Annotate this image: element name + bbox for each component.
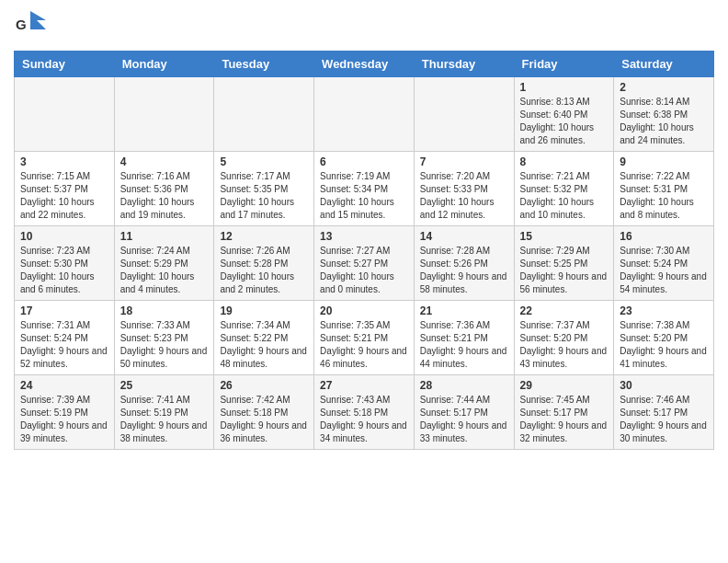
day-number: 29 <box>520 379 609 392</box>
svg-marker-0 <box>30 11 46 29</box>
calendar-cell: 8Sunrise: 7:21 AM Sunset: 5:32 PM Daylig… <box>514 152 614 226</box>
logo-svg: G <box>14 9 46 41</box>
calendar-cell: 16Sunrise: 7:30 AM Sunset: 5:24 PM Dayli… <box>614 226 714 301</box>
day-number: 10 <box>20 230 108 243</box>
weekday-header-thursday: Thursday <box>414 52 514 77</box>
day-number: 14 <box>420 230 508 243</box>
calendar-week-4: 24Sunrise: 7:39 AM Sunset: 5:19 PM Dayli… <box>15 375 714 450</box>
calendar-cell <box>314 77 415 152</box>
day-number: 24 <box>20 379 108 392</box>
calendar-cell: 25Sunrise: 7:41 AM Sunset: 5:19 PM Dayli… <box>114 375 214 450</box>
weekday-header-friday: Friday <box>514 52 614 77</box>
day-number: 22 <box>520 304 609 317</box>
weekday-header-wednesday: Wednesday <box>314 52 415 77</box>
day-info: Sunrise: 7:35 AM Sunset: 5:21 PM Dayligh… <box>320 319 408 371</box>
day-info: Sunrise: 7:29 AM Sunset: 5:25 PM Dayligh… <box>520 245 609 296</box>
calendar-cell: 20Sunrise: 7:35 AM Sunset: 5:21 PM Dayli… <box>314 301 415 375</box>
calendar-cell: 24Sunrise: 7:39 AM Sunset: 5:19 PM Dayli… <box>15 375 115 450</box>
calendar-cell: 30Sunrise: 7:46 AM Sunset: 5:17 PM Dayli… <box>614 375 714 450</box>
day-number: 23 <box>620 304 708 317</box>
calendar-cell: 26Sunrise: 7:42 AM Sunset: 5:18 PM Dayli… <box>214 375 314 450</box>
calendar-cell: 9Sunrise: 7:22 AM Sunset: 5:31 PM Daylig… <box>614 152 714 226</box>
day-info: Sunrise: 7:15 AM Sunset: 5:37 PM Dayligh… <box>20 170 108 222</box>
day-info: Sunrise: 7:27 AM Sunset: 5:27 PM Dayligh… <box>320 245 408 296</box>
day-info: Sunrise: 7:31 AM Sunset: 5:24 PM Dayligh… <box>20 319 108 371</box>
day-info: Sunrise: 7:26 AM Sunset: 5:28 PM Dayligh… <box>220 245 308 296</box>
day-info: Sunrise: 7:17 AM Sunset: 5:35 PM Dayligh… <box>220 170 308 222</box>
calendar-week-3: 17Sunrise: 7:31 AM Sunset: 5:24 PM Dayli… <box>15 301 714 375</box>
calendar-cell: 11Sunrise: 7:24 AM Sunset: 5:29 PM Dayli… <box>114 226 214 301</box>
day-number: 21 <box>420 304 508 317</box>
day-info: Sunrise: 7:22 AM Sunset: 5:31 PM Dayligh… <box>620 170 708 222</box>
calendar-cell: 3Sunrise: 7:15 AM Sunset: 5:37 PM Daylig… <box>15 152 115 226</box>
day-info: Sunrise: 7:33 AM Sunset: 5:23 PM Dayligh… <box>120 319 209 371</box>
calendar-cell: 29Sunrise: 7:45 AM Sunset: 5:17 PM Dayli… <box>514 375 614 450</box>
calendar-cell: 23Sunrise: 7:38 AM Sunset: 5:20 PM Dayli… <box>614 301 714 375</box>
calendar-cell: 4Sunrise: 7:16 AM Sunset: 5:36 PM Daylig… <box>114 152 214 226</box>
calendar-cell <box>214 77 314 152</box>
calendar-cell: 19Sunrise: 7:34 AM Sunset: 5:22 PM Dayli… <box>214 301 314 375</box>
day-info: Sunrise: 8:14 AM Sunset: 6:38 PM Dayligh… <box>620 96 708 147</box>
calendar-cell: 28Sunrise: 7:44 AM Sunset: 5:17 PM Dayli… <box>414 375 514 450</box>
calendar-cell: 10Sunrise: 7:23 AM Sunset: 5:30 PM Dayli… <box>15 226 115 301</box>
calendar-cell: 7Sunrise: 7:20 AM Sunset: 5:33 PM Daylig… <box>414 152 514 226</box>
day-number: 17 <box>20 304 108 317</box>
day-number: 13 <box>320 230 408 243</box>
page-container: G SundayMondayTuesdayWednesdayThursdayFr… <box>0 0 728 459</box>
calendar-cell <box>414 77 514 152</box>
day-info: Sunrise: 7:20 AM Sunset: 5:33 PM Dayligh… <box>420 170 508 222</box>
day-info: Sunrise: 7:37 AM Sunset: 5:20 PM Dayligh… <box>520 319 609 371</box>
day-info: Sunrise: 7:24 AM Sunset: 5:29 PM Dayligh… <box>120 245 209 296</box>
day-number: 15 <box>520 230 609 243</box>
day-info: Sunrise: 7:44 AM Sunset: 5:17 PM Dayligh… <box>420 394 508 445</box>
calendar-cell <box>114 77 214 152</box>
day-info: Sunrise: 7:39 AM Sunset: 5:19 PM Dayligh… <box>20 394 108 445</box>
day-info: Sunrise: 7:28 AM Sunset: 5:26 PM Dayligh… <box>420 245 508 296</box>
weekday-header-sunday: Sunday <box>15 52 115 77</box>
day-number: 27 <box>320 379 408 392</box>
weekday-header-tuesday: Tuesday <box>214 52 314 77</box>
calendar-table: SundayMondayTuesdayWednesdayThursdayFrid… <box>14 51 714 450</box>
day-number: 1 <box>520 81 609 94</box>
day-info: Sunrise: 7:38 AM Sunset: 5:20 PM Dayligh… <box>620 319 708 371</box>
day-info: Sunrise: 7:19 AM Sunset: 5:34 PM Dayligh… <box>320 170 408 222</box>
svg-text:G: G <box>16 17 27 32</box>
day-number: 2 <box>620 81 708 94</box>
day-info: Sunrise: 7:41 AM Sunset: 5:19 PM Dayligh… <box>120 394 209 445</box>
day-number: 3 <box>20 155 108 168</box>
day-number: 8 <box>520 155 609 168</box>
day-number: 19 <box>220 304 308 317</box>
day-info: Sunrise: 7:16 AM Sunset: 5:36 PM Dayligh… <box>120 170 209 222</box>
day-number: 7 <box>420 155 508 168</box>
day-info: Sunrise: 8:13 AM Sunset: 6:40 PM Dayligh… <box>520 96 609 147</box>
day-number: 30 <box>620 379 708 392</box>
calendar-cell: 22Sunrise: 7:37 AM Sunset: 5:20 PM Dayli… <box>514 301 614 375</box>
day-info: Sunrise: 7:46 AM Sunset: 5:17 PM Dayligh… <box>620 394 708 445</box>
calendar-cell: 13Sunrise: 7:27 AM Sunset: 5:27 PM Dayli… <box>314 226 415 301</box>
day-info: Sunrise: 7:43 AM Sunset: 5:18 PM Dayligh… <box>320 394 408 445</box>
calendar-cell: 21Sunrise: 7:36 AM Sunset: 5:21 PM Dayli… <box>414 301 514 375</box>
day-info: Sunrise: 7:30 AM Sunset: 5:24 PM Dayligh… <box>620 245 708 296</box>
day-info: Sunrise: 7:36 AM Sunset: 5:21 PM Dayligh… <box>420 319 508 371</box>
day-number: 11 <box>120 230 209 243</box>
calendar-cell: 1Sunrise: 8:13 AM Sunset: 6:40 PM Daylig… <box>514 77 614 152</box>
day-info: Sunrise: 7:23 AM Sunset: 5:30 PM Dayligh… <box>20 245 108 296</box>
day-number: 5 <box>220 155 308 168</box>
calendar-cell: 14Sunrise: 7:28 AM Sunset: 5:26 PM Dayli… <box>414 226 514 301</box>
calendar-week-2: 10Sunrise: 7:23 AM Sunset: 5:30 PM Dayli… <box>15 226 714 301</box>
calendar-cell: 5Sunrise: 7:17 AM Sunset: 5:35 PM Daylig… <box>214 152 314 226</box>
weekday-header-monday: Monday <box>114 52 214 77</box>
weekday-header-row: SundayMondayTuesdayWednesdayThursdayFrid… <box>15 52 714 77</box>
day-number: 26 <box>220 379 308 392</box>
day-number: 28 <box>420 379 508 392</box>
day-number: 9 <box>620 155 708 168</box>
day-number: 18 <box>120 304 209 317</box>
weekday-header-saturday: Saturday <box>614 52 714 77</box>
calendar-cell: 2Sunrise: 8:14 AM Sunset: 6:38 PM Daylig… <box>614 77 714 152</box>
calendar-cell: 6Sunrise: 7:19 AM Sunset: 5:34 PM Daylig… <box>314 152 415 226</box>
calendar-cell: 15Sunrise: 7:29 AM Sunset: 5:25 PM Dayli… <box>514 226 614 301</box>
calendar-week-1: 3Sunrise: 7:15 AM Sunset: 5:37 PM Daylig… <box>15 152 714 226</box>
day-number: 16 <box>620 230 708 243</box>
day-number: 12 <box>220 230 308 243</box>
calendar-cell: 12Sunrise: 7:26 AM Sunset: 5:28 PM Dayli… <box>214 226 314 301</box>
